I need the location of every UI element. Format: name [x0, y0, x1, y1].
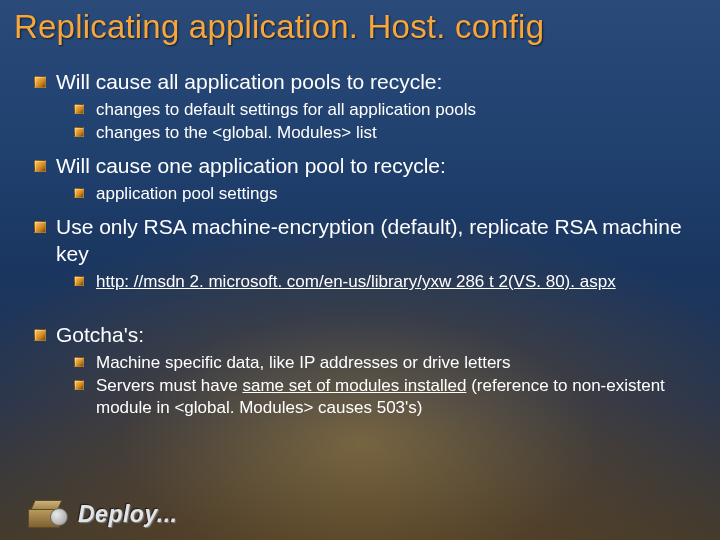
square-bullet-icon — [74, 127, 84, 137]
bullet-text: changes to the <global. Modules> list — [96, 123, 377, 142]
square-bullet-icon — [74, 276, 84, 286]
bullet-text: Will cause all application pools to recy… — [56, 70, 442, 93]
square-bullet-icon — [34, 329, 46, 341]
bullet-text-underlined: same set of modules installed — [242, 376, 466, 395]
square-bullet-icon — [74, 188, 84, 198]
sub-bullet-same-modules: Servers must have same set of modules in… — [74, 375, 694, 419]
slide-body: Will cause all application pools to recy… — [34, 68, 694, 427]
slide-title: Replicating application. Host. config — [14, 8, 544, 46]
bullet-text: application pool settings — [96, 184, 277, 203]
bullet-text: Machine specific data, like IP addresses… — [96, 353, 511, 372]
sub-bullet-default-settings: changes to default settings for all appl… — [74, 99, 694, 121]
sub-bullet-msdn-link: http: //msdn 2. microsoft. com/en-us/lib… — [74, 271, 694, 293]
bullet-text-pre: Servers must have — [96, 376, 242, 395]
footer: Deploy... — [28, 500, 178, 528]
square-bullet-icon — [74, 357, 84, 367]
bullet-recycle-all: Will cause all application pools to recy… — [34, 68, 694, 144]
bullet-text: changes to default settings for all appl… — [96, 100, 476, 119]
square-bullet-icon — [74, 380, 84, 390]
bullet-recycle-one: Will cause one application pool to recyc… — [34, 152, 694, 204]
bullet-rsa: Use only RSA machine-encryption (default… — [34, 213, 694, 293]
square-bullet-icon — [34, 76, 46, 88]
deploy-label: Deploy... — [78, 501, 178, 528]
square-bullet-icon — [34, 160, 46, 172]
square-bullet-icon — [74, 104, 84, 114]
square-bullet-icon — [34, 221, 46, 233]
bullet-text: Use only RSA machine-encryption (default… — [56, 215, 682, 266]
deploy-box-icon — [28, 500, 66, 528]
spacer — [34, 301, 694, 315]
bullet-text: Will cause one application pool to recyc… — [56, 154, 446, 177]
msdn-link[interactable]: http: //msdn 2. microsoft. com/en-us/lib… — [96, 272, 616, 291]
sub-bullet-app-pool-settings: application pool settings — [74, 183, 694, 205]
bullet-gotchas: Gotcha's: Machine specific data, like IP… — [34, 321, 694, 419]
sub-bullet-machine-data: Machine specific data, like IP addresses… — [74, 352, 694, 374]
bullet-text: Gotcha's: — [56, 323, 144, 346]
sub-bullet-global-modules: changes to the <global. Modules> list — [74, 122, 694, 144]
